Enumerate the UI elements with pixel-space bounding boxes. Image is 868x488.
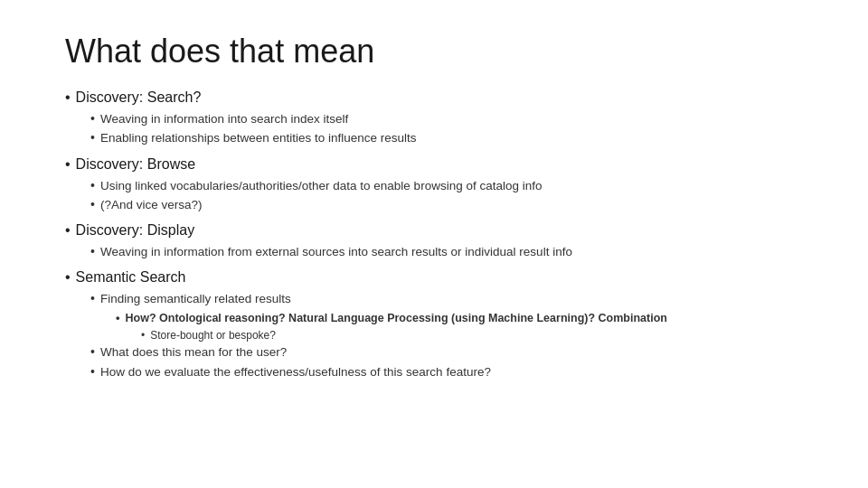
bullet-icon: • — [90, 131, 95, 144]
list-item: • Semantic Search • Finding semantically… — [65, 267, 825, 381]
sub-list-item: • Weaving in information into search ind… — [90, 110, 825, 128]
level4-item: • Store-bought or bespoke? — [141, 327, 825, 343]
sub-list-item: • How do we evaluate the effectiveness/u… — [90, 363, 825, 381]
content-area: • Discovery: Search? • Weaving in inform… — [65, 87, 825, 381]
bullet-icon: • — [65, 223, 71, 238]
sub-item-text: How do we evaluate the effectiveness/use… — [100, 363, 491, 381]
sub-item-text: Enabling relationships between entities … — [100, 129, 417, 147]
main-list: • Discovery: Search? • Weaving in inform… — [65, 87, 825, 381]
item-label: Semantic Search — [76, 267, 186, 288]
sub-list-item: • What does this mean for the user? — [90, 343, 825, 361]
sub-list-item: • Weaving in information from external s… — [90, 243, 825, 261]
bullet-icon: • — [90, 198, 95, 211]
bullet-icon: • — [65, 157, 71, 172]
sub-item-text: (?And vice versa?) — [100, 196, 203, 214]
sub-list-item: • (?And vice versa?) — [90, 196, 825, 214]
level3-list: • How? Ontological reasoning? Natural La… — [90, 310, 825, 344]
sub-list: • Weaving in information into search ind… — [65, 110, 825, 148]
list-item: • Discovery: Search? • Weaving in inform… — [65, 87, 825, 148]
bullet-icon: • — [90, 179, 95, 192]
sub-list-item: • Enabling relationships between entitie… — [90, 129, 825, 147]
item-label: Discovery: Display — [76, 220, 195, 241]
bullet-icon: • — [90, 365, 95, 378]
bullet-icon: • — [65, 270, 71, 285]
bullet-icon: • — [141, 330, 145, 341]
sub-item-text: Weaving in information into search index… — [100, 110, 348, 128]
item-label: Discovery: Browse — [76, 154, 195, 175]
page-title: What does that mean — [65, 33, 825, 70]
level4-list: • Store-bought or bespoke? — [116, 327, 825, 343]
sub-item-text: Finding semantically related results — [100, 290, 291, 308]
sub-item-text: Weaving in information from external sou… — [100, 243, 572, 261]
level3-item: • How? Ontological reasoning? Natural La… — [116, 310, 825, 327]
bullet-icon: • — [90, 292, 95, 305]
bullet-icon: • — [90, 112, 95, 125]
list-item: • Discovery: Browse • Using linked vocab… — [65, 154, 825, 215]
sub-list: • Weaving in information from external s… — [65, 243, 825, 261]
level4-text: Store-bought or bespoke? — [150, 327, 276, 343]
bullet-icon: • — [90, 345, 95, 358]
sub-item-text: What does this mean for the user? — [100, 343, 287, 361]
bullet-icon: • — [65, 90, 71, 105]
list-item: • Discovery: Display • Weaving in inform… — [65, 220, 825, 261]
bullet-icon: • — [90, 245, 95, 258]
sub-list: • Using linked vocabularies/authorities/… — [65, 177, 825, 215]
item-label: Discovery: Search? — [76, 87, 202, 108]
sub-list-item: • Using linked vocabularies/authorities/… — [90, 177, 825, 195]
bullet-icon: • — [116, 312, 120, 324]
sub-item-text: Using linked vocabularies/authorities/ot… — [100, 177, 542, 195]
level3-text: How? Ontological reasoning? Natural Lang… — [126, 310, 667, 327]
sub-list-item: • Finding semantically related results — [90, 290, 825, 308]
sub-list: • Finding semantically related results •… — [65, 290, 825, 381]
